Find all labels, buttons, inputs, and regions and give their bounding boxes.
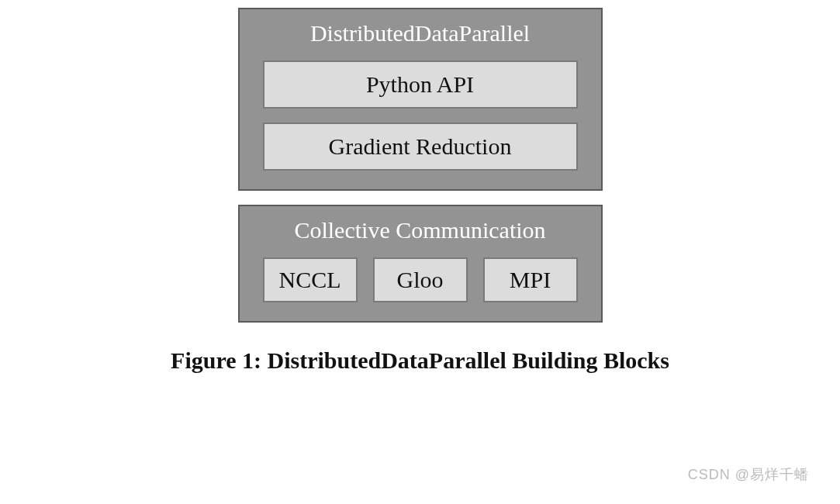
figure-caption: Figure 1: DistributedDataParallel Buildi… (171, 347, 669, 374)
collective-comm-title: Collective Communication (294, 217, 545, 243)
python-api-box: Python API (263, 60, 578, 109)
nccl-box: NCCL (263, 257, 358, 302)
ddp-block-title: DistributedDataParallel (310, 20, 530, 47)
gradient-reduction-box: Gradient Reduction (263, 123, 578, 171)
mpi-box: MPI (483, 257, 578, 302)
collective-comm-block: Collective Communication NCCL Gloo MPI (238, 205, 603, 323)
backend-row: NCCL Gloo MPI (263, 257, 578, 302)
watermark: CSDN @易烊千蟠 (688, 465, 809, 484)
ddp-block: DistributedDataParallel Python API Gradi… (238, 8, 603, 191)
gloo-box: Gloo (373, 257, 468, 302)
